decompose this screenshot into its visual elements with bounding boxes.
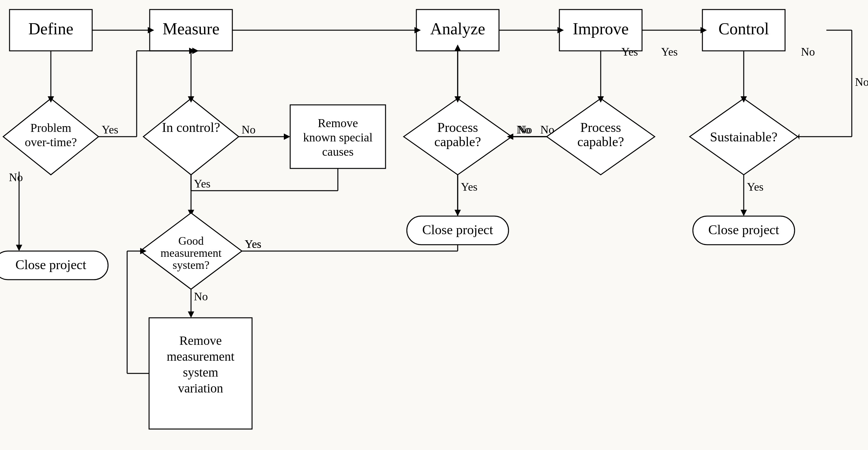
remove-measurement-label4: variation [178,381,223,395]
problem-overtime-label: Problem [31,121,71,134]
remove-special-causes-label1: Remove [318,116,358,130]
svg-text:Yes: Yes [747,181,764,193]
problem-overtime-label2: over-time? [25,135,77,149]
svg-text:No: No [242,123,255,136]
good-measurement-label3: system? [173,259,210,271]
svg-text:Yes: Yes [461,181,477,193]
svg-text:Yes: Yes [245,238,261,250]
improve-label: Improve [573,20,629,38]
svg-text:Yes: Yes [661,45,678,58]
svg-text:No: No [855,76,868,88]
svg-text:Yes: Yes [194,177,210,190]
flowchart-diagram: Define Measure Analyze Improve Control P… [0,0,868,450]
close-project-1-label: Close project [16,257,87,272]
remove-measurement-label2: measurement [166,349,234,363]
good-measurement-label2: measurement [160,247,221,259]
svg-text:No: No [801,45,815,58]
process-capable-1-label1: Process [437,120,478,135]
define-label: Define [28,20,73,38]
remove-special-causes-label2: known special [303,131,372,144]
good-measurement-label1: Good [178,234,204,247]
svg-text:No: No [9,171,23,184]
sustainable-label: Sustainable? [710,130,777,144]
remove-measurement-label3: system [183,365,218,380]
process-capable-2-label1: Process [580,120,621,135]
svg-text:No: No [194,290,208,303]
svg-text:No: No [518,123,532,136]
close-project-3-label: Close project [708,222,779,237]
process-capable-1-label2: capable? [434,134,481,149]
close-project-2-label: Close project [423,222,493,237]
analyze-label: Analyze [430,20,485,38]
remove-special-causes-label3: causes [322,145,353,158]
control-label: Control [719,20,769,38]
measure-label: Measure [162,20,219,38]
in-control-label: In control? [162,120,220,135]
process-capable-2-label2: capable? [578,134,624,149]
remove-measurement-label1: Remove [179,333,221,348]
svg-text:Yes: Yes [621,45,638,58]
svg-text:Yes: Yes [102,123,118,136]
svg-text:No: No [540,123,554,136]
